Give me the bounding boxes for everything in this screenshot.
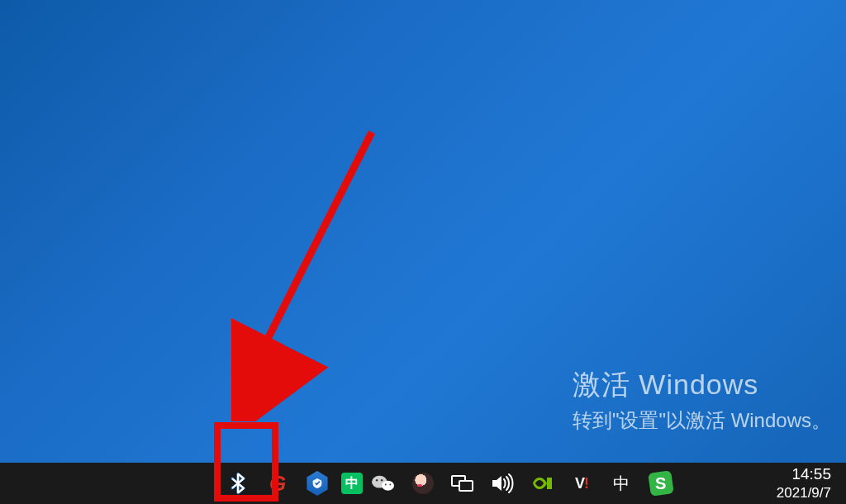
clock-date: 2021/9/7 <box>777 484 831 502</box>
system-tray: G 中 <box>215 463 676 504</box>
svg-point-6 <box>385 483 387 485</box>
vi-app-icon[interactable]: V! <box>567 468 596 498</box>
bluetooth-icon[interactable] <box>223 468 253 498</box>
svg-line-1 <box>252 132 372 370</box>
svg-rect-9 <box>459 481 473 491</box>
activation-watermark: 激活 Windows 转到"设置"以激活 Windows。 <box>573 366 831 434</box>
media-app-icon[interactable] <box>408 468 438 498</box>
game-g-icon[interactable]: G <box>263 468 292 498</box>
volume-icon[interactable] <box>487 468 517 498</box>
ime-indicator[interactable]: 中 <box>606 468 636 498</box>
annotation-arrow <box>231 124 397 421</box>
svg-rect-10 <box>547 478 552 489</box>
wechat-zhong-icon[interactable]: 中 <box>337 468 367 498</box>
sogou-ime-icon[interactable]: S <box>646 468 676 498</box>
svg-point-5 <box>381 479 383 481</box>
svg-point-3 <box>382 481 394 491</box>
activation-subtitle: 转到"设置"以激活 Windows。 <box>573 407 831 434</box>
wechat-icon[interactable] <box>368 468 398 498</box>
svg-point-4 <box>376 479 378 481</box>
activation-title: 激活 Windows <box>573 366 831 404</box>
clock-time: 14:55 <box>791 464 831 485</box>
tencent-manager-icon[interactable] <box>302 468 332 498</box>
taskbar: G 中 <box>0 463 846 504</box>
taskbar-clock[interactable]: 14:55 2021/9/7 <box>777 463 831 504</box>
network-icon[interactable] <box>448 468 478 498</box>
nvidia-icon[interactable] <box>527 468 557 498</box>
svg-point-7 <box>389 483 391 485</box>
desktop-background[interactable]: 激活 Windows 转到"设置"以激活 Windows。 <box>0 0 846 463</box>
